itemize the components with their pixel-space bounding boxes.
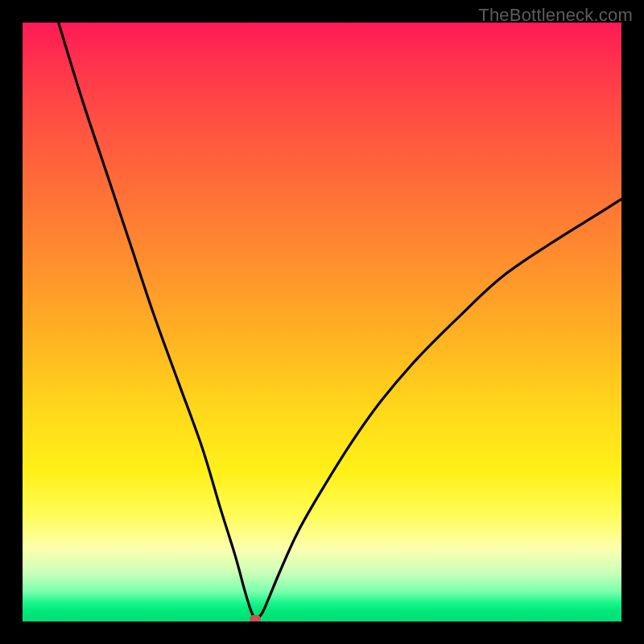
chart-min-marker <box>250 615 261 621</box>
chart-curve-svg <box>23 23 621 621</box>
chart-plot-area <box>23 23 621 621</box>
bottleneck-curve-path <box>59 23 621 618</box>
